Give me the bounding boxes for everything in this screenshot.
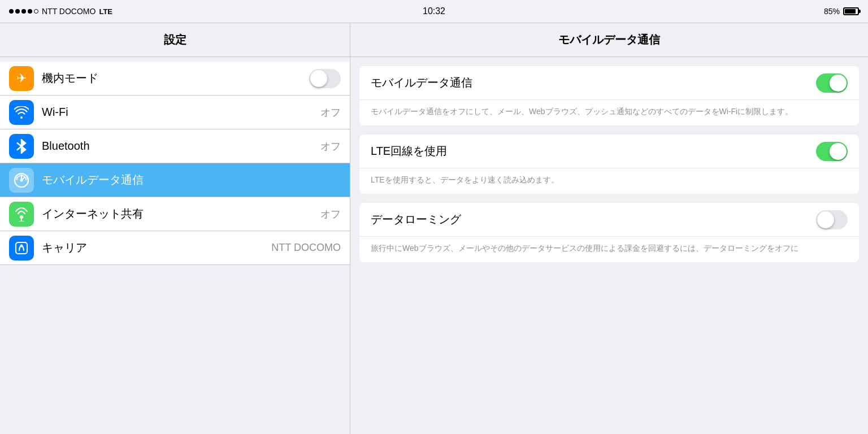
mobile-data-label: モバイルデータ通信: [42, 172, 341, 188]
battery-fill: [845, 9, 856, 14]
svg-point-1: [20, 179, 23, 181]
main-layout: 設定 ✈ 機内モード: [0, 23, 868, 434]
mobile-data-description: モバイルデータ通信をオフにして、メール、Webブラウズ、プッシュ通知などのすべて…: [359, 100, 859, 125]
roaming-toggle-thumb: [817, 211, 834, 228]
sidebar-item-wifi[interactable]: Wi-Fi オフ: [0, 96, 350, 129]
hotspot-label: インターネット共有: [42, 206, 320, 222]
bluetooth-label: Bluetooth: [42, 140, 320, 153]
sidebar: 設定 ✈ 機内モード: [0, 23, 350, 434]
mobile-data-toggle[interactable]: [816, 73, 848, 93]
status-bar: NTT DOCOMO LTE 10:32 85%: [0, 0, 868, 23]
lte-section-card: LTE回線を使用 LTEを使用すると、データをより速く読み込めます。: [359, 134, 859, 194]
roaming-section-card: データローミング 旅行中にWebブラウズ、メールやその他のデータサービスの使用に…: [359, 203, 859, 262]
status-time: 10:32: [423, 6, 445, 16]
sidebar-title: 設定: [164, 32, 186, 47]
signal-dot-4: [28, 9, 32, 14]
battery-icon: [843, 7, 859, 15]
bluetooth-icon: [9, 134, 34, 159]
lte-toggle-thumb: [830, 143, 847, 160]
sidebar-item-bluetooth[interactable]: Bluetooth オフ: [0, 129, 350, 163]
status-bar-right: 85%: [824, 7, 859, 16]
status-bar-left: NTT DOCOMO LTE: [9, 7, 112, 16]
wifi-icon: [9, 100, 34, 125]
battery-percent: 85%: [824, 7, 840, 16]
content-header: モバイルデータ通信: [350, 23, 868, 57]
lte-row-label: LTE回線を使用: [371, 144, 816, 159]
sidebar-item-carrier[interactable]: キャリア NTT DOCOMO: [0, 231, 350, 265]
svg-rect-3: [16, 242, 27, 254]
lte-description: LTEを使用すると、データをより速く読み込めます。: [359, 168, 859, 194]
sidebar-header: 設定: [0, 23, 350, 57]
mobile-data-row: モバイルデータ通信: [359, 66, 859, 100]
mobile-data-icon: [9, 168, 34, 193]
sidebar-item-hotspot[interactable]: インターネット共有 オフ: [0, 197, 350, 231]
network-type: LTE: [99, 7, 112, 16]
roaming-toggle[interactable]: [816, 210, 848, 229]
hotspot-icon: [9, 202, 34, 227]
hotspot-value: オフ: [320, 207, 341, 221]
sidebar-item-mobile-data[interactable]: モバイルデータ通信: [0, 163, 350, 197]
carrier-name: NTT DOCOMO: [42, 7, 96, 16]
lte-row: LTE回線を使用: [359, 134, 859, 168]
signal-dot-2: [15, 9, 20, 14]
lte-toggle[interactable]: [816, 142, 848, 161]
mobile-data-row-label: モバイルデータ通信: [371, 75, 816, 90]
roaming-description: 旅行中にWebブラウズ、メールやその他のデータサービスの使用による課金を回避する…: [359, 237, 859, 262]
content-pane: モバイルデータ通信 モバイルデータ通信 モバイルデータ通信をオフにして、メール、…: [350, 23, 868, 434]
wifi-value: オフ: [320, 106, 341, 119]
roaming-row: データローミング: [359, 203, 859, 237]
battery-icon-container: [843, 7, 859, 15]
roaming-row-label: データローミング: [371, 212, 816, 227]
airplane-mode-toggle[interactable]: [309, 69, 341, 88]
airplane-mode-label: 機内モード: [42, 71, 309, 86]
mobile-data-section-card: モバイルデータ通信 モバイルデータ通信をオフにして、メール、Webブラウズ、プッ…: [359, 66, 859, 125]
signal-dot-5: [34, 9, 38, 14]
mobile-data-toggle-thumb: [830, 75, 847, 92]
carrier-label: キャリア: [42, 240, 271, 255]
signal-dot-1: [9, 9, 14, 14]
carrier-value: NTT DOCOMO: [271, 242, 341, 254]
wifi-label: Wi-Fi: [42, 106, 320, 119]
airplane-mode-toggle-thumb: [310, 70, 327, 87]
airplane-mode-icon: ✈: [9, 66, 34, 91]
bluetooth-value: オフ: [320, 140, 341, 153]
signal-dot-3: [21, 9, 26, 14]
content-title: モバイルデータ通信: [558, 32, 660, 47]
svg-point-4: [20, 244, 23, 247]
content-sections: モバイルデータ通信 モバイルデータ通信をオフにして、メール、Webブラウズ、プッ…: [350, 57, 868, 280]
carrier-icon: [9, 236, 34, 261]
settings-list: ✈ 機内モード Wi-Fi オフ: [0, 62, 350, 265]
signal-dots: [9, 9, 38, 14]
sidebar-item-airplane-mode[interactable]: ✈ 機内モード: [0, 62, 350, 96]
